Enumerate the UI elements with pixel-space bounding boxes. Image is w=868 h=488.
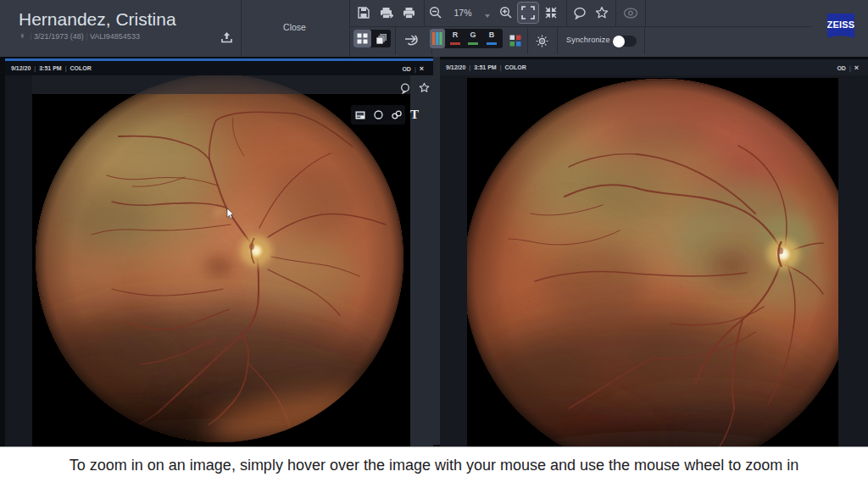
svg-text:ZEISS: ZEISS: [827, 19, 854, 30]
